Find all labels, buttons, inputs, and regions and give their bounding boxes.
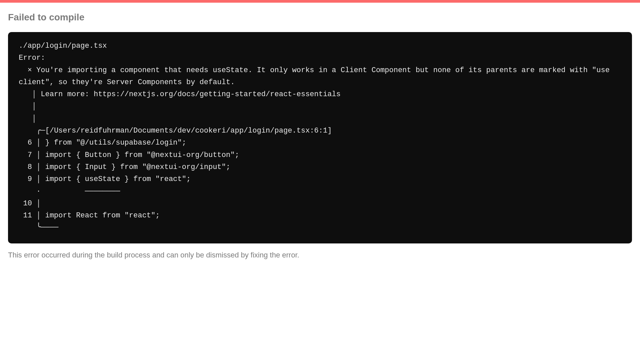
error-footer-note: This error occurred during the build pro… bbox=[8, 251, 632, 259]
error-file-path: ./app/login/page.tsx bbox=[19, 42, 107, 50]
source-location-header: ╭─[/Users/reidfuhrman/Documents/dev/cook… bbox=[19, 127, 332, 135]
error-message-prefix: × bbox=[19, 66, 36, 74]
error-title: Failed to compile bbox=[8, 12, 632, 23]
pipe-line: │ bbox=[19, 102, 41, 111]
code-line-9: 9 │ import { useState } from "react"; bbox=[19, 175, 191, 183]
error-container: Failed to compile ./app/login/page.tsx E… bbox=[0, 3, 640, 269]
code-line-10: 10 │ bbox=[19, 199, 45, 208]
code-line-11: 11 │ import React from "react"; bbox=[19, 211, 160, 220]
code-closer: ╰──── bbox=[19, 223, 58, 232]
pipe-line: │ bbox=[19, 115, 41, 123]
code-line-6: 6 │ } from "@/utils/supabase/login"; bbox=[19, 139, 186, 147]
error-code-block: ./app/login/page.tsx Error: × You're imp… bbox=[8, 32, 632, 243]
error-label: Error: bbox=[19, 54, 45, 62]
code-line-8: 8 │ import { Input } from "@nextui-org/i… bbox=[19, 163, 230, 171]
code-line-7: 7 │ import { Button } from "@nextui-org/… bbox=[19, 151, 239, 159]
learn-more-line: │ Learn more: https://nextjs.org/docs/ge… bbox=[19, 90, 341, 99]
error-top-bar bbox=[0, 0, 640, 3]
empty-line bbox=[45, 54, 49, 62]
code-underline: · ──────── bbox=[19, 187, 120, 196]
error-message: You're importing a component that needs … bbox=[19, 66, 614, 86]
